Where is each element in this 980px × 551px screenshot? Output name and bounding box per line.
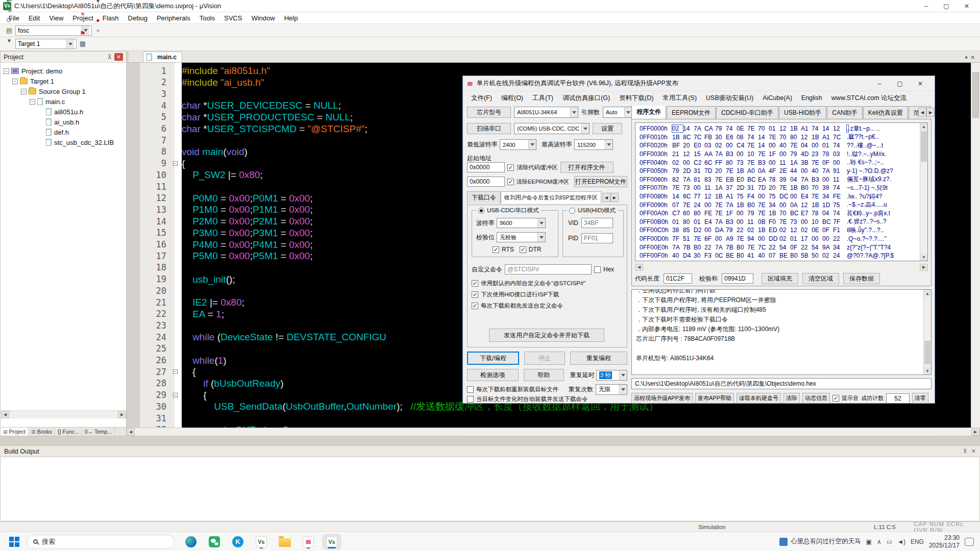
breakpoint-disable-icon[interactable]: ●	[92, 26, 104, 36]
taskbar-app-explorer[interactable]	[276, 534, 294, 549]
dialog-menu-usb-u-[interactable]: USB驱动安装(U)	[702, 93, 757, 104]
tab-list-icon[interactable]: ▾	[965, 55, 968, 60]
hex-vscrollbar[interactable]: ▲ ▼	[920, 123, 927, 261]
hex-row[interactable]: 0FF00F0h40D430F30CBEB0414007BEB05B500224…	[635, 252, 927, 260]
menu-svcs[interactable]: SVCS	[219, 13, 247, 23]
scroll-right-icon[interactable]: ▶	[971, 429, 979, 436]
scroll-up-icon[interactable]: ▲	[924, 290, 931, 297]
expand-icon[interactable]: −	[30, 99, 35, 105]
code-line[interactable]: 1#include "ai8051u.h"	[129, 65, 980, 77]
hex-file-path[interactable]: C:\Users\1\Desktop\AI8051u\自己的代码\第四集\Obj…	[631, 378, 932, 389]
pin-icon[interactable]: ⊼	[963, 448, 967, 455]
clear-button[interactable]: 清除	[783, 393, 800, 404]
chip-model-button[interactable]: 芯片型号	[467, 107, 511, 118]
hex-row[interactable]: 0FF0060h827A81837EEBE0BCEA7839047AB30011…	[635, 176, 927, 184]
usb-cdc-mode-radio[interactable]	[478, 208, 484, 214]
open-program-button[interactable]: 打开程序文件	[560, 162, 614, 173]
save-data-button[interactable]: 保存数据	[843, 273, 880, 284]
expand-icon[interactable]: −	[4, 68, 9, 74]
default-cmd-checkbox[interactable]: ✓	[472, 280, 478, 287]
port-select[interactable]: (COM5) USB-CDC, CDC	[514, 123, 590, 134]
tree-item-target-1[interactable]: −Target 1	[2, 76, 125, 86]
tray-app-icon[interactable]: ▣	[866, 538, 872, 545]
autoload-checkbox[interactable]	[467, 396, 474, 403]
rts-checkbox[interactable]: ✓	[493, 246, 499, 253]
baud-min-select[interactable]: 2400	[500, 139, 536, 150]
scroll-down-icon[interactable]: ▼	[920, 254, 927, 261]
hex-viewer[interactable]: 0FF0000h02147ACA79740E7E7001121BA1741412…	[635, 122, 928, 261]
dialog-tab-4[interactable]: CAN助手	[827, 106, 862, 119]
zero-count-button[interactable]: 清零	[912, 393, 928, 404]
dialog-menu--s-[interactable]: 常用工具(S)	[658, 93, 701, 104]
menu-peripherals[interactable]: Peripherals	[152, 13, 195, 23]
dialog-tab-scroll-right-icon[interactable]: ▶	[926, 108, 935, 117]
rebuild-icon[interactable]: ⟳	[4, 15, 15, 25]
tree-item-def-h[interactable]: def.h	[2, 127, 125, 137]
clear-region-button[interactable]: 清空区域	[802, 273, 839, 284]
windows-start-button[interactable]	[9, 537, 19, 547]
language-indicator[interactable]: ENG	[911, 538, 924, 545]
fill-region-button[interactable]: 区域填充	[762, 273, 798, 284]
dialog-maximize-button[interactable]: ▢	[890, 77, 910, 90]
scroll-right-icon[interactable]: ▶	[118, 411, 126, 418]
options-target-icon[interactable]: ✶	[77, 9, 88, 19]
scan-port-button[interactable]: 扫描串口	[467, 123, 511, 134]
tab-main-c[interactable]: main.c	[143, 52, 182, 62]
expand-icon[interactable]: −	[12, 79, 18, 84]
speaker-icon[interactable]: ◄)	[897, 538, 905, 545]
repeat-delay-select[interactable]: 3 秒	[596, 370, 627, 381]
baud-max-select[interactable]: 115200	[574, 139, 613, 150]
parity-select[interactable]: 无校验	[497, 232, 546, 242]
dialog-minimize-button[interactable]: –	[869, 77, 890, 90]
chip-model-select[interactable]: AI8051U-34K64	[514, 107, 578, 118]
taskbar-app-stc-isp[interactable]: ≋	[299, 534, 317, 549]
hex-checkbox[interactable]	[594, 266, 601, 273]
stop-button[interactable]: 停止	[524, 352, 565, 365]
clear-code-checkbox[interactable]: ✓	[507, 164, 514, 171]
dialog-menu--t-[interactable]: 工具(T)	[528, 93, 557, 104]
code-addr-input[interactable]: 0x0000	[467, 162, 505, 172]
log-output[interactable]: ．空闲状态时停止看门狗计数．下次下载用户程序时, 将用户EEPROM区一并擦除．…	[631, 289, 932, 375]
build-icon[interactable]: ⇩	[4, 5, 15, 15]
hex-row[interactable]: 0FF00C0h3885D200DA7922021BED0212020E0FF1…	[635, 226, 927, 235]
dialog-menu--f-[interactable]: 文件(F)	[467, 93, 496, 104]
repeat-times-select[interactable]: 无限	[596, 384, 627, 395]
menu-debug[interactable]: Debug	[124, 13, 152, 23]
translate-icon[interactable]: ⇄	[4, 0, 15, 5]
menu-view[interactable]: View	[44, 13, 68, 23]
hex-row[interactable]: 0FF0040h0200C26CFF80737EB300111A3B7E0F00…	[635, 158, 927, 167]
tree-item-source-group-1[interactable]: −Source Group 1	[2, 86, 125, 96]
fold-icon[interactable]: −	[173, 369, 178, 374]
send-cmd-checkbox[interactable]: ✓	[472, 303, 478, 309]
panel-tab-books[interactable]: ▥Books	[29, 428, 55, 436]
taskbar-search[interactable]: 搜索	[27, 535, 175, 549]
baud-select[interactable]: 9600	[497, 218, 546, 228]
hex-row[interactable]: 0FF0080h146C77121BA175F40075DC00E47E34FE…	[635, 192, 927, 201]
tab-reset-isp[interactable]: 收到用户命令后复位到ISP监控程序区	[501, 191, 601, 204]
expand-icon[interactable]: −	[21, 89, 27, 94]
hex-row[interactable]: 0FF0020hBF20E0030200C47E1400407E04000174…	[635, 141, 927, 150]
close-button[interactable]: ✕	[957, 1, 977, 12]
usb-hid-mode-radio[interactable]	[569, 208, 575, 214]
scroll-up-icon[interactable]: ▲	[920, 123, 927, 130]
beep-checkbox[interactable]: ✓	[832, 395, 839, 402]
dialog-tab-scroll-left-icon[interactable]: ◀	[918, 108, 926, 117]
hex-row[interactable]: 0FF0070h7E7300111A372D317D207E1BB0703974…	[635, 184, 927, 192]
log-vscrollbar[interactable]: ▲ ▼	[923, 290, 931, 374]
menu-window[interactable]: Window	[247, 13, 279, 23]
tab-scroll-left-icon[interactable]: ◀	[602, 193, 610, 202]
eeprom-addr-input[interactable]: 0x0000	[467, 177, 505, 187]
chevron-down-icon[interactable]	[66, 39, 74, 48]
code-line[interactable]: 31	[129, 412, 980, 424]
dialog-close-button[interactable]: ✕	[910, 77, 930, 90]
hex-row[interactable]: 0FF0010h1B8C7CFB30E60874147E7080121BA17C…	[635, 133, 927, 142]
hex-hscrollbar[interactable]: ◀ ▶	[635, 263, 928, 271]
batch-build-icon[interactable]: ▤	[4, 25, 15, 35]
code-line[interactable]: 32 usb_OUT_done();	[129, 424, 980, 428]
target-select[interactable]: Target 1	[15, 39, 77, 49]
fold-icon[interactable]: −	[173, 393, 178, 397]
dtr-checkbox[interactable]: ✓	[520, 246, 526, 253]
tree-item-ai8051u-h[interactable]: ai8051u.h	[2, 107, 125, 117]
taskbar-app-edge[interactable]	[182, 534, 200, 549]
reload-checkbox[interactable]	[467, 386, 474, 393]
